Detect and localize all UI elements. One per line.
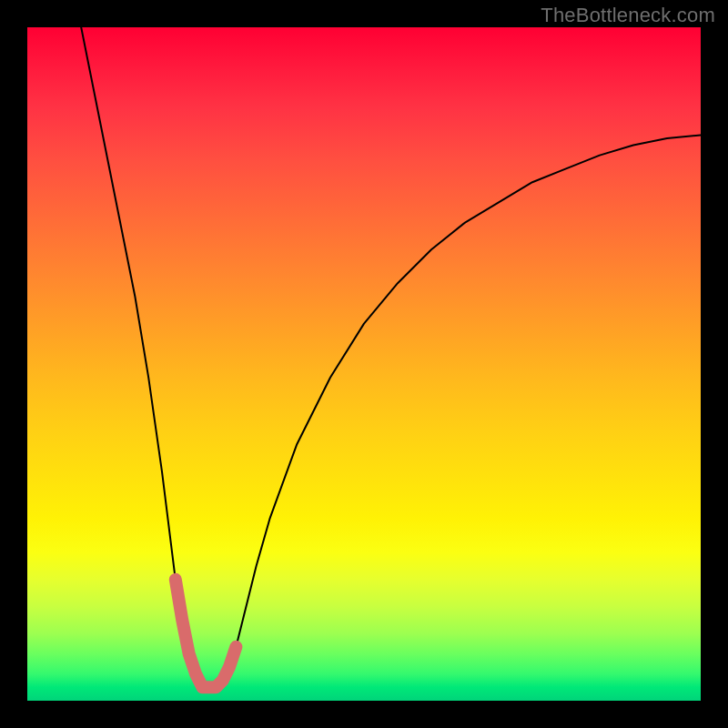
valley-marker (176, 580, 237, 687)
bottleneck-curve (27, 27, 701, 701)
chart-frame: TheBottleneck.com (0, 0, 728, 728)
watermark-text: TheBottleneck.com (541, 4, 715, 27)
plot-area (27, 27, 701, 701)
